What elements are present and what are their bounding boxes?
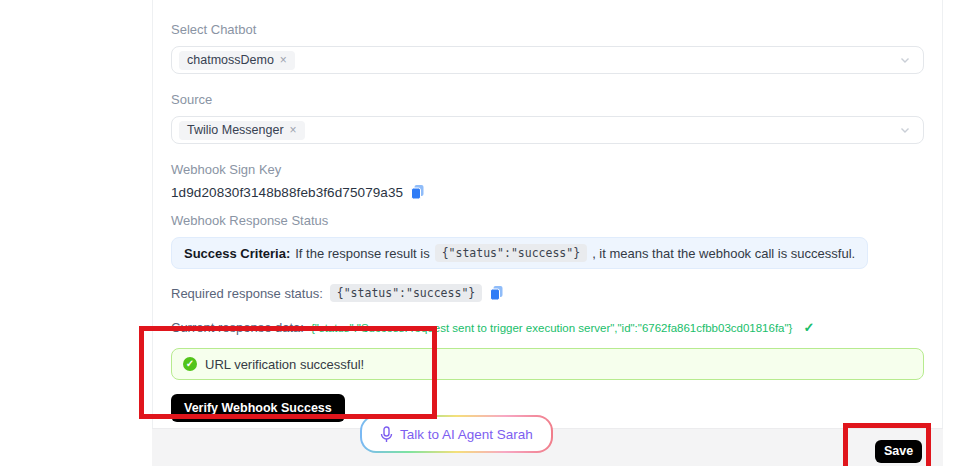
required-response-status-label: Required response status: <box>171 286 323 301</box>
spacer <box>171 302 924 320</box>
success-criteria-text-before: If the response result is <box>295 246 429 261</box>
chevron-down-icon[interactable] <box>899 54 911 66</box>
chatbot-select[interactable]: chatmossDemo × <box>171 46 924 74</box>
save-button[interactable]: Save <box>875 440 922 463</box>
source-selected-tag: Twilio Messenger × <box>179 121 305 140</box>
success-criteria-text-after: , it means that the webhook call is succ… <box>592 246 855 261</box>
webhook-sign-key-row: 1d9d20830f3148b88feb3f6d75079a35 <box>171 184 924 200</box>
spacer <box>171 269 924 284</box>
required-response-status-row: Required response status: {"status":"suc… <box>171 284 924 302</box>
source-select[interactable]: Twilio Messenger × <box>171 116 924 144</box>
select-chatbot-label: Select Chatbot <box>171 23 924 37</box>
success-criteria-bold-text: Success Criteria: <box>184 246 290 261</box>
webhook-response-status-label: Webhook Response Status <box>171 214 924 228</box>
webhook-sign-key-value: 1d9d20830f3148b88feb3f6d75079a35 <box>171 185 403 200</box>
webhook-settings-page: Select Chatbot chatmossDemo × Source Twi… <box>0 0 974 466</box>
source-label: Source <box>171 93 924 107</box>
webhook-sign-key-label: Webhook Sign Key <box>171 163 924 177</box>
spacer <box>171 144 924 163</box>
success-check-icon: ✓ <box>803 320 814 335</box>
current-response-data-row: Current response data: {"status":"Succes… <box>171 320 924 335</box>
chatbot-tag-label: chatmossDemo <box>187 53 274 68</box>
source-tag-remove-icon[interactable]: × <box>290 124 297 136</box>
chatbot-tag-remove-icon[interactable]: × <box>280 54 287 66</box>
talk-to-ai-agent-button-inner: Talk to AI Agent Sarah <box>362 417 551 451</box>
talk-to-ai-agent-label: Talk to AI Agent Sarah <box>400 427 533 442</box>
chatbot-selected-tag: chatmossDemo × <box>179 51 295 70</box>
microphone-icon <box>380 426 393 443</box>
chevron-down-icon[interactable] <box>899 124 911 136</box>
talk-to-ai-agent-button[interactable]: Talk to AI Agent Sarah <box>360 415 553 453</box>
settings-panel: Select Chatbot chatmossDemo × Source Twi… <box>152 0 943 466</box>
url-verification-success-alert: ✓ URL verification successful! <box>171 348 924 380</box>
check-circle-icon: ✓ <box>183 357 197 371</box>
success-criteria-info-box: Success Criteria: If the response result… <box>171 237 868 269</box>
current-response-data-value: {"status":"Success: request sent to trig… <box>311 322 792 334</box>
source-tag-label: Twilio Messenger <box>187 123 284 138</box>
verify-webhook-success-button[interactable]: Verify Webhook Success <box>171 394 345 422</box>
url-verification-success-text: URL verification successful! <box>205 357 364 372</box>
copy-icon[interactable] <box>489 285 504 301</box>
spacer <box>171 74 924 93</box>
spacer <box>171 335 924 348</box>
current-response-data-label: Current response data: <box>171 320 304 335</box>
form-content: Select Chatbot chatmossDemo × Source Twi… <box>153 0 942 422</box>
success-criteria-code-chip: {"status":"success"} <box>435 244 587 262</box>
required-response-status-code-chip: {"status":"success"} <box>330 284 482 302</box>
copy-icon[interactable] <box>410 184 425 200</box>
spacer <box>171 200 924 214</box>
